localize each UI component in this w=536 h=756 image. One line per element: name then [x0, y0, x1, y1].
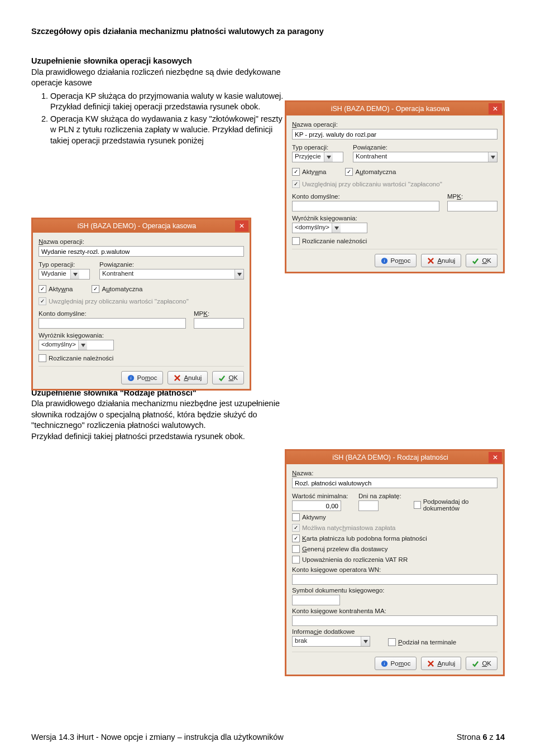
wyroznik-combo[interactable]: <domyślny>: [39, 340, 114, 350]
checkbox-icon: [39, 354, 46, 362]
section-a-item1: Operacja KP służąca do przyjmowania walu…: [50, 91, 288, 113]
check-icon: [218, 374, 226, 382]
checkbox-icon: [92, 285, 99, 293]
section-b: Uzupełnienie słownika "Rodzaje płatności…: [31, 388, 288, 442]
label-dni: Dni na zapłatę:: [358, 493, 406, 499]
label-typ: Typ operacji:: [292, 144, 345, 151]
cancel-button[interactable]: Anuluj: [168, 371, 208, 384]
label-nazwa: Nazwa operacji:: [39, 238, 244, 245]
ok-button[interactable]: OK: [466, 657, 497, 670]
checkbox-icon: [39, 285, 46, 293]
label-wyroznik: Wyróżnik księgowania:: [39, 332, 244, 339]
konto-ma-input[interactable]: [292, 615, 497, 626]
konto-input[interactable]: [292, 201, 439, 211]
mpk-input[interactable]: [194, 318, 244, 329]
checkbox-icon: [292, 180, 300, 188]
checkbox-icon: [39, 297, 46, 305]
checkbox-podpowiadaj[interactable]: Podpowiadaj do dokumentów: [414, 500, 497, 509]
label-typ: Typ operacji:: [39, 261, 92, 268]
label-mpk: MPK:: [194, 310, 244, 317]
checkbox-vatrr[interactable]: Upoważnienia do rozliczenia VAT RR: [292, 555, 497, 564]
titlebar: iSH (BAZA DEMO) - Operacja kasowa ✕: [33, 219, 250, 233]
check-icon: [472, 660, 479, 667]
close-button[interactable]: ✕: [489, 103, 502, 114]
section-a-intro: Dla prawidłowego działania rozliczeń nie…: [31, 67, 288, 89]
checkbox-icon: [414, 501, 421, 509]
symbol-input[interactable]: [292, 595, 340, 605]
konto-wn-input[interactable]: [292, 574, 497, 585]
checkbox-uwzgledniaj: Uwzględniaj przy obliczaniu wartości ''z…: [39, 297, 244, 306]
footer-left: Wersja 14.3 iHurt - Nowe opcje i zmiany …: [31, 733, 284, 741]
checkbox-icon: [292, 237, 300, 245]
help-button[interactable]: i Pomoc: [375, 657, 417, 670]
close-icon: ✕: [492, 454, 498, 461]
wyroznik-combo[interactable]: <domyślny>: [292, 223, 367, 233]
info-icon: i: [127, 374, 135, 382]
label-nazwa: Nazwa:: [292, 470, 497, 476]
checkbox-icon: [388, 638, 396, 646]
help-button[interactable]: i Pomoc: [375, 254, 417, 267]
info-icon: i: [381, 660, 388, 667]
checkbox-rozliczanie[interactable]: Rozliczanie należności: [39, 354, 244, 363]
dni-input[interactable]: [358, 500, 379, 511]
checkbox-auto[interactable]: Automatyczna: [345, 167, 396, 176]
powiazanie-combo[interactable]: Kontrahent: [99, 269, 244, 280]
checkbox-icon: [292, 168, 300, 176]
chevron-down-icon: [332, 223, 341, 233]
section-a-item2: Operacja KW służąca do wydawania z kasy …: [50, 114, 288, 147]
checkbox-auto[interactable]: Automatyczna: [92, 285, 142, 293]
ok-button[interactable]: OK: [466, 254, 497, 267]
ok-button[interactable]: OK: [212, 371, 244, 384]
label-info: Informacje dodatkowe: [292, 628, 497, 635]
checkbox-aktywna[interactable]: Aktywna: [39, 285, 73, 293]
section-b-text2: Przykład definicji takiej płatności prze…: [31, 431, 288, 442]
checkbox-aktywny[interactable]: Aktywny: [292, 513, 497, 522]
check-icon: [472, 257, 479, 264]
section-a-heading: Uzupełnienie słownika operacji kasowych: [31, 56, 288, 67]
checkbox-przelew[interactable]: Generuj przelew dla dostawcy: [292, 545, 497, 553]
typ-combo[interactable]: Wydanie: [39, 269, 90, 280]
wartosc-min-input[interactable]: [292, 500, 341, 511]
typ-combo[interactable]: Przyjęcie: [292, 152, 343, 162]
label-konto-ma: Konto księgowe kontrahenta MA:: [292, 608, 497, 614]
help-button[interactable]: i Pomoc: [121, 371, 164, 384]
close-button[interactable]: ✕: [489, 452, 502, 463]
nazwa-input[interactable]: [39, 246, 244, 257]
cancel-button[interactable]: Anuluj: [421, 657, 461, 670]
konto-input[interactable]: [39, 318, 186, 329]
cancel-icon: [174, 374, 181, 382]
dialog-operacja-kw: iSH (BAZA DEMO) - Operacja kasowa ✕ Nazw…: [31, 218, 251, 391]
checkbox-aktywna[interactable]: Aktywna: [292, 167, 326, 176]
checkbox-karta[interactable]: Karta płatnicza lub podobna forma płatno…: [292, 534, 497, 543]
checkbox-uwzgledniaj: Uwzględniaj przy obliczaniu wartości ''z…: [292, 180, 497, 189]
label-konto: Konto domyślne:: [292, 193, 439, 200]
label-powiazanie: Powiązanie:: [353, 144, 497, 151]
info-combo[interactable]: brak: [292, 636, 370, 647]
window-title: iSH (BAZA DEMO) - Operacja kasowa: [292, 105, 489, 113]
chevron-down-icon: [234, 269, 243, 279]
nazwa-input[interactable]: [292, 129, 497, 139]
page-footer: Wersja 14.3 iHurt - Nowe opcje i zmiany …: [31, 733, 505, 741]
label-konto: Konto domyślne:: [39, 310, 186, 317]
cancel-icon: [427, 660, 434, 667]
checkbox-icon: [345, 168, 353, 176]
nazwa-input[interactable]: [292, 478, 497, 488]
dialog-operacja-kp: iSH (BAZA DEMO) - Operacja kasowa ✕ NNaz…: [285, 100, 505, 273]
checkbox-podzial[interactable]: Podział na terminale: [388, 638, 456, 647]
dialog-rodzaj-platnosci: iSH (BAZA DEMO) - Rodzaj płatności ✕ Naz…: [285, 449, 505, 676]
cancel-button[interactable]: Anuluj: [421, 254, 461, 267]
mpk-input[interactable]: [447, 201, 497, 211]
checkbox-rozliczanie[interactable]: Rozliczanie należności: [292, 237, 497, 245]
label-nazwa: NNazwa operacji:azwa operacji:: [292, 121, 497, 128]
section-b-text1: Dla prawidłowego działania mechanizmu ni…: [31, 398, 288, 431]
label-konto-wn: Konto księgowe operatora WN:: [292, 566, 497, 573]
powiazanie-combo[interactable]: Kontrahent: [353, 152, 497, 162]
label-powiazanie: Powiązanie:: [99, 261, 244, 268]
checkbox-icon: [292, 545, 300, 553]
close-icon: ✕: [492, 105, 498, 113]
chevron-down-icon: [78, 340, 87, 350]
titlebar: iSH (BAZA DEMO) - Rodzaj płatności ✕: [286, 451, 503, 464]
close-button[interactable]: ✕: [235, 220, 248, 232]
chevron-down-icon: [70, 269, 79, 279]
page-title: Szczegółowy opis działania mechanizmu pł…: [31, 27, 505, 36]
